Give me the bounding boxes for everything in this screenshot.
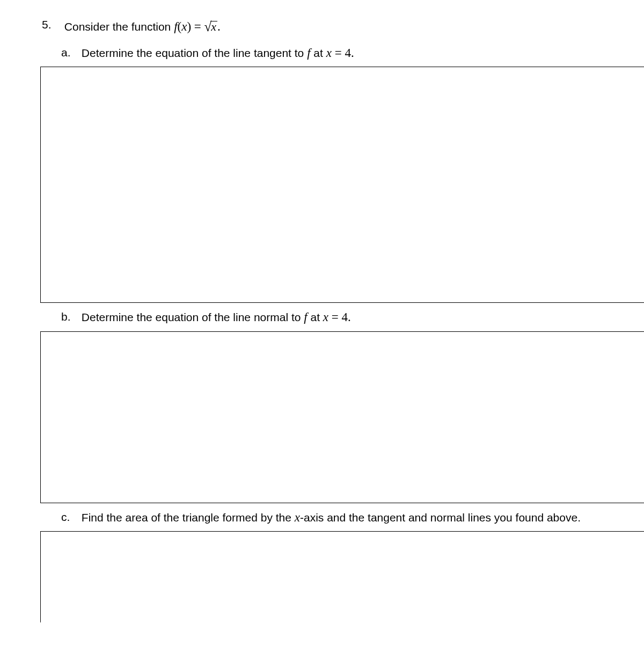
part-a-eq: = 4. <box>332 46 354 60</box>
equals-sign: = <box>191 20 204 33</box>
question-text: Consider the function f(x) = √x. <box>64 20 221 33</box>
answer-box-b[interactable] <box>40 331 644 503</box>
part-b-letter: b. <box>61 308 78 325</box>
answer-box-a[interactable] <box>40 67 644 303</box>
part-b-x: x <box>323 310 328 324</box>
part-a-prompt: a. Determine the equation of the line ta… <box>0 44 644 63</box>
part-a-at: at <box>311 47 326 59</box>
part-b-text: Determine the equation of the line norma… <box>82 311 351 323</box>
part-b-eq: = 4. <box>328 310 351 324</box>
part-c-prompt: c. Find the area of the triangle formed … <box>0 509 644 527</box>
func-x: x <box>181 20 187 33</box>
part-a-text: Determine the equation of the line tange… <box>82 47 354 59</box>
part-b-at: at <box>308 311 323 323</box>
part-a-letter: a. <box>61 44 78 61</box>
radical-icon: √ <box>204 19 212 34</box>
period: . <box>217 20 221 33</box>
part-c-after: -axis and the tangent and normal lines y… <box>300 511 581 524</box>
part-c-x: x <box>295 511 300 524</box>
part-a-before: Determine the equation of the line tange… <box>82 47 307 59</box>
stem-prefix: Consider the function <box>64 20 174 33</box>
part-c-letter: c. <box>61 509 78 526</box>
question-stem: 5. Consider the function f(x) = √x. <box>0 16 644 37</box>
part-b-before: Determine the equation of the line norma… <box>82 311 304 323</box>
paren-close: ) <box>187 20 191 33</box>
answer-box-c[interactable] <box>40 531 644 622</box>
part-a-x: x <box>326 46 332 60</box>
sqrt-expression: √x <box>204 16 218 37</box>
question-number: 5. <box>42 16 61 33</box>
part-c-before: Find the area of the triangle formed by … <box>82 511 295 524</box>
part-c-text: Find the area of the triangle formed by … <box>82 511 581 524</box>
part-b-prompt: b. Determine the equation of the line no… <box>0 308 644 327</box>
radicand: x <box>210 21 217 33</box>
